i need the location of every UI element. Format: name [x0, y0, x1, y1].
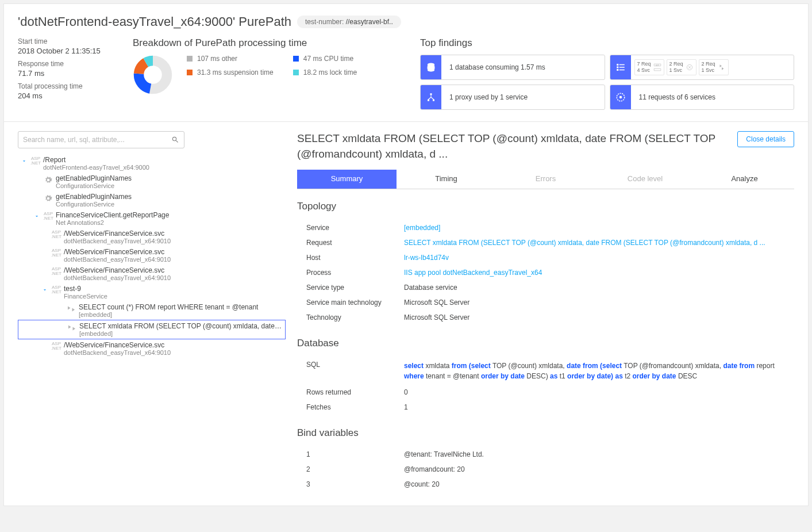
legend-item: 31.3 ms suspension time — [187, 68, 274, 76]
tree-item-title: /Report — [43, 156, 283, 164]
tree-row[interactable]: ASP.NET/WebService/FinanceService.svcdot… — [18, 265, 286, 283]
topology-value[interactable]: [embedded] — [404, 224, 794, 232]
tree-row[interactable]: ASP.NET/WebService/FinanceService.svcdot… — [18, 228, 286, 246]
fetches-row: Fetches 1 — [297, 400, 794, 415]
topology-row: Service[embedded] — [297, 220, 794, 235]
tab-code-level[interactable]: Code level — [595, 170, 695, 189]
finding-proxy[interactable]: 1 proxy used by 1 service — [420, 85, 605, 110]
topology-value[interactable]: SELECT xmldata FROM (SELECT TOP (@count)… — [404, 239, 794, 247]
topology-value[interactable]: IIS app pool dotNetBackend_easyTravel_x6… — [404, 269, 794, 277]
total-time-value: 204 ms — [18, 91, 116, 100]
call-tree: ASP.NET/ReportdotNetFrontend-easyTravel_… — [18, 154, 286, 358]
tree-item-sub: dotNetBackend_easyTravel_x64:9010 — [64, 274, 283, 281]
topology-row: Hostlr-ws-lb41d74v — [297, 250, 794, 265]
svg-rect-15 — [428, 99, 429, 101]
close-details-button[interactable]: Close details — [737, 131, 794, 147]
chevron-down-icon[interactable] — [21, 158, 28, 166]
tech-icon — [41, 175, 56, 185]
topology-value[interactable]: lr-ws-lb41d74v — [404, 254, 794, 262]
tree-row[interactable]: SELECT xmldata FROM (SELECT TOP (@count)… — [18, 320, 286, 339]
chevron-down-icon[interactable] — [34, 213, 41, 221]
tree-item-sub: FinanceService — [64, 293, 283, 300]
sql-row: SQL select xmldata from (select TOP (@co… — [297, 357, 794, 385]
bind-row: 2@fromandcount: 20 — [297, 462, 794, 477]
search-input[interactable] — [23, 136, 171, 144]
tree-item-title: SELECT count (*) FROM report WHERE tenan… — [79, 303, 283, 311]
tree-row[interactable]: ASP.NETtest-9FinanceService — [18, 283, 286, 301]
breakdown-heading: Breakdown of PurePath processing time — [133, 37, 403, 49]
finding-database[interactable]: 1 database consuming 1.57 ms — [420, 55, 605, 80]
tab-summary[interactable]: Summary — [297, 170, 397, 189]
legend-item: 18.2 ms lock time — [293, 68, 380, 76]
tab-analyze[interactable]: Analyze — [695, 170, 794, 189]
finding-services-mini[interactable]: 7 Req4 SvcASP2 Req1 Svc2 Req1 Svc — [610, 55, 795, 80]
response-time-label: Response time — [18, 60, 116, 68]
tree-item-title: /WebService/FinanceService.svc — [64, 341, 283, 349]
search-box[interactable] — [18, 131, 184, 148]
tree-item-title: /WebService/FinanceService.svc — [64, 248, 283, 256]
tag-label: test-number: — [305, 18, 344, 26]
topology-row: TechnologyMicrosoft SQL Server — [297, 310, 794, 325]
breakdown-column: Breakdown of PurePath processing time 10… — [133, 37, 403, 110]
svg-rect-6 — [617, 64, 618, 66]
topology-heading: Topology — [297, 201, 794, 212]
mini-service-box: 7 Req4 SvcASP — [634, 59, 664, 75]
tab-timing[interactable]: Timing — [397, 170, 496, 189]
legend-item: 107 ms other — [187, 55, 274, 63]
search-icon — [171, 136, 179, 144]
tag-value: //easytravel-bf.. — [346, 18, 393, 26]
finding-requests[interactable]: 11 requests of 6 services — [610, 85, 795, 110]
tech-icon — [41, 193, 56, 204]
topology-row: RequestSELECT xmldata FROM (SELECT TOP (… — [297, 235, 794, 250]
chevron-down-icon[interactable] — [42, 286, 49, 294]
tree-row[interactable]: ASP.NET/WebService/FinanceService.svcdot… — [18, 339, 286, 358]
topology-value: Microsoft SQL Server — [404, 298, 794, 307]
tag-pill[interactable]: test-number: //easytravel-bf.. — [297, 16, 401, 28]
tree-row[interactable]: SELECT count (*) FROM report WHERE tenan… — [18, 301, 286, 320]
tech-icon — [64, 304, 79, 314]
tab-errors[interactable]: Errors — [496, 170, 595, 189]
tree-item-sub: Net Annotations2 — [56, 219, 283, 226]
network-icon — [421, 85, 441, 109]
fetch-label: Fetches — [306, 403, 404, 411]
tree-row[interactable]: ASP.NETFinanceServiceClient.getReportPag… — [18, 209, 286, 228]
legend-item: 47 ms CPU time — [293, 55, 380, 63]
svg-rect-7 — [619, 64, 624, 66]
tech-icon: ASP.NET — [49, 342, 64, 351]
svg-rect-14 — [430, 93, 432, 95]
mini-service-box: 2 Req1 Svc — [667, 59, 696, 75]
response-time-value: 71.7 ms — [18, 69, 116, 78]
tree-item-sub: dotNetBackend_easyTravel_x64:9010 — [64, 349, 283, 356]
tree-row[interactable]: ASP.NET/ReportdotNetFrontend-easyTravel_… — [18, 154, 286, 173]
svg-rect-8 — [617, 67, 618, 68]
sql-value: select xmldata from (select TOP (@count)… — [404, 361, 794, 381]
tech-icon: ASP.NET — [49, 285, 64, 294]
rows-returned-row: Rows returned 0 — [297, 385, 794, 400]
finding-db-text: 1 database consuming 1.57 ms — [441, 55, 553, 79]
tree-item-title: getEnabledPluginNames — [56, 193, 283, 201]
svg-point-18 — [619, 96, 622, 99]
donut-chart — [133, 55, 173, 95]
tree-row[interactable]: getEnabledPluginNamesConfigurationServic… — [18, 191, 286, 209]
purepath-panel: 'dotNetFrontend-easyTravel_x64:9000' Pur… — [3, 3, 809, 506]
findings-column: Top findings 1 database consuming 1.57 m… — [420, 37, 794, 110]
tree-item-sub: dotNetBackend_easyTravel_x64:9010 — [64, 256, 283, 263]
fetch-value: 1 — [404, 403, 794, 411]
tree-column: ASP.NET/ReportdotNetFrontend-easyTravel_… — [4, 131, 290, 492]
tree-row[interactable]: ASP.NET/WebService/FinanceService.svcdot… — [18, 246, 286, 265]
bind-heading: Bind variables — [297, 427, 794, 439]
svg-text:ASP: ASP — [656, 64, 659, 67]
sql-label: SQL — [306, 361, 404, 381]
list-icon — [610, 55, 631, 79]
findings-heading: Top findings — [420, 37, 794, 49]
start-time-label: Start time — [18, 37, 116, 45]
breakdown-legend: 107 ms other47 ms CPU time31.3 ms suspen… — [187, 55, 379, 76]
tree-row[interactable]: getEnabledPluginNamesConfigurationServic… — [18, 173, 286, 191]
page-title: 'dotNetFrontend-easyTravel_x64:9000' Pur… — [18, 14, 291, 29]
tree-item-sub: ConfigurationService — [56, 182, 283, 189]
topology-row: Service typeDatabase service — [297, 280, 794, 295]
meta-column: Start time 2018 October 2 11:35:15 Respo… — [18, 37, 116, 110]
finding-proxy-text: 1 proxy used by 1 service — [441, 85, 536, 109]
mini-service-box: 2 Req1 Svc — [699, 59, 729, 75]
rows-label: Rows returned — [306, 388, 404, 396]
